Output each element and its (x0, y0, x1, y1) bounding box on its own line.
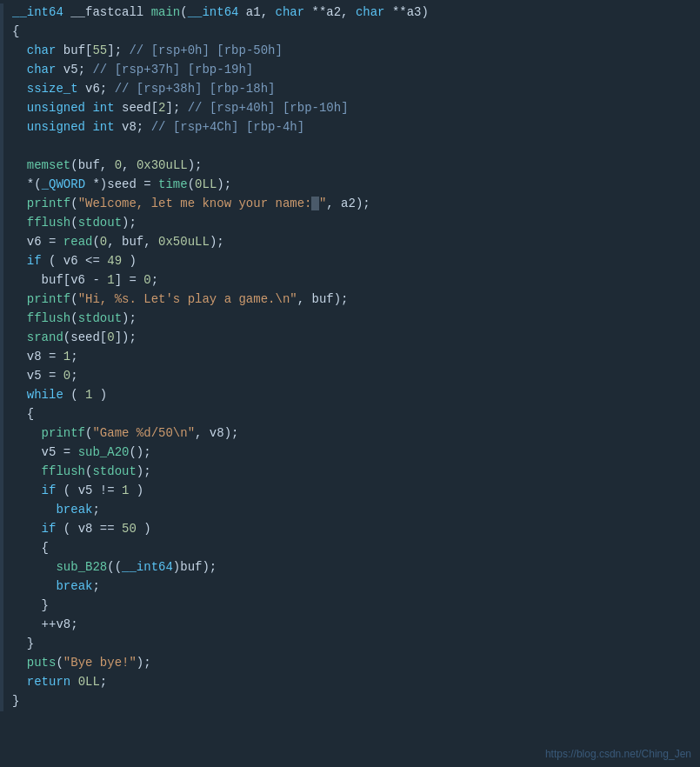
line-border (0, 558, 3, 577)
token-var: ( (70, 292, 77, 306)
token-cmt: // [rsp+4Ch] [rbp-4h] (151, 120, 304, 134)
code-text: printf("Game %d/50\n", v8); (7, 424, 238, 444)
token-var: (( (107, 560, 122, 574)
token-var: ( v5 != (56, 484, 122, 497)
code-line: *(_QWORD *)seed = time(0LL); (0, 176, 700, 195)
code-text: buf[v6 - 1] = 0; (7, 271, 158, 290)
token-var: ++v8; (42, 617, 78, 631)
token-var: ; (151, 273, 158, 287)
token-var: ) (92, 388, 107, 402)
line-border (0, 80, 3, 99)
token-var: v8 = (27, 350, 63, 363)
code-line: printf("Hi, %s. Let's play a game.\n", b… (0, 290, 700, 310)
code-text: ++v8; (7, 616, 78, 635)
token-var: ); (137, 464, 151, 478)
code-line: while ( 1 ) (0, 386, 700, 405)
code-text: v5 = sub_A20(); (7, 444, 151, 463)
line-border (0, 99, 3, 118)
code-line: } (0, 597, 700, 616)
line-border (0, 310, 3, 329)
token-kw: while (27, 388, 63, 402)
token-kw: char (27, 63, 57, 77)
code-line: break; (0, 501, 700, 520)
token-var: buf[v6 - (42, 273, 108, 287)
token-kw: int (92, 120, 114, 134)
code-line: printf("Game %d/50\n", v8); (0, 424, 700, 444)
token-var (70, 675, 77, 689)
line-border (0, 692, 3, 711)
token-var: ; (92, 579, 99, 593)
code-line: v5 = 0; (0, 367, 700, 386)
token-str: "Bye bye!" (63, 656, 137, 670)
token-var: v5; (56, 63, 92, 77)
line-border (0, 61, 3, 80)
token-str: "Game %d/50\n" (92, 426, 195, 440)
code-text: { (7, 23, 19, 42)
code-text: puts("Bye bye!"); (7, 654, 151, 673)
token-cmt: // [rsp+40h] [rbp-10h] (188, 101, 349, 115)
code-text: ssize_t v6; // [rsp+38h] [rbp-18h] (7, 80, 275, 99)
token-var: ]); (115, 330, 137, 344)
code-text: while ( 1 ) (7, 386, 107, 405)
code-line: printf("Welcome, let me know your name: … (0, 195, 700, 214)
code-text: v8 = 1; (7, 348, 78, 367)
token-kw: break (56, 503, 92, 517)
code-text: printf("Hi, %s. Let's play a game.\n", b… (7, 290, 349, 310)
line-border (0, 654, 3, 673)
token-fn: stdout (92, 464, 136, 478)
line-border (0, 195, 3, 214)
token-cmt: // [rsp+0h] [rbp-50h] (129, 43, 282, 57)
code-line: v8 = 1; (0, 348, 700, 367)
token-var: ) (129, 484, 143, 497)
token-var: __fastcall (63, 5, 151, 19)
token-var: ) (122, 254, 137, 268)
code-line: v6 = read(0, buf, 0x50uLL); (0, 233, 700, 252)
code-line: if ( v8 == 50 ) (0, 520, 700, 539)
code-text (7, 137, 19, 157)
line-border (0, 252, 3, 271)
token-var: ( v8 == (56, 522, 122, 536)
code-line: if ( v6 <= 49 ) (0, 252, 700, 271)
token-var: ); (217, 177, 231, 191)
token-var: ( (70, 311, 77, 325)
token-var: ); (122, 216, 137, 230)
line-border (0, 42, 3, 61)
token-var: , (122, 158, 137, 172)
line-border (0, 348, 3, 367)
line-border (0, 482, 3, 501)
token-var: ]; (165, 101, 187, 115)
code-text: unsigned int seed[2]; // [rsp+40h] [rbp-… (7, 99, 349, 118)
code-text: char v5; // [rsp+37h] [rbp-19h] (7, 61, 253, 80)
token-var: ); (210, 235, 224, 249)
code-line: sub_B28((__int64)buf); (0, 558, 700, 577)
line-border (0, 616, 3, 635)
token-fn: fflush (27, 311, 70, 325)
code-line: unsigned int v8; // [rsp+4Ch] [rbp-4h] (0, 118, 700, 137)
code-line: fflush(stdout); (0, 214, 700, 233)
token-var: ); (137, 656, 151, 670)
line-border (0, 3, 3, 23)
token-var: (seed[ (63, 330, 107, 344)
code-text: if ( v5 != 1 ) (7, 482, 143, 501)
token-kw: __int64 (122, 560, 173, 574)
token-var: ); (188, 158, 203, 172)
line-border (0, 290, 3, 310)
code-block: __int64 __fastcall main(__int64 a1, char… (0, 3, 700, 711)
code-text: { (7, 539, 49, 558)
token-var: ); (122, 311, 137, 325)
code-text: memset(buf, 0, 0x30uLL); (7, 157, 203, 176)
code-line: char v5; // [rsp+37h] [rbp-19h] (0, 61, 700, 80)
token-var: ( (56, 656, 63, 670)
token-var: (buf, (70, 158, 114, 172)
code-line: } (0, 635, 700, 654)
token-var: , buf, (107, 235, 158, 249)
token-fn: fflush (27, 216, 70, 230)
token-num: 0 (63, 369, 70, 383)
token-var: ( (70, 197, 77, 210)
token-var: ] = (115, 273, 144, 287)
code-line: break; (0, 577, 700, 597)
token-kw: break (56, 579, 92, 593)
code-text: char buf[55]; // [rsp+0h] [rbp-50h] (7, 42, 283, 61)
code-text: __int64 __fastcall main(__int64 a1, char… (7, 3, 429, 23)
token-fn: printf (42, 426, 85, 440)
